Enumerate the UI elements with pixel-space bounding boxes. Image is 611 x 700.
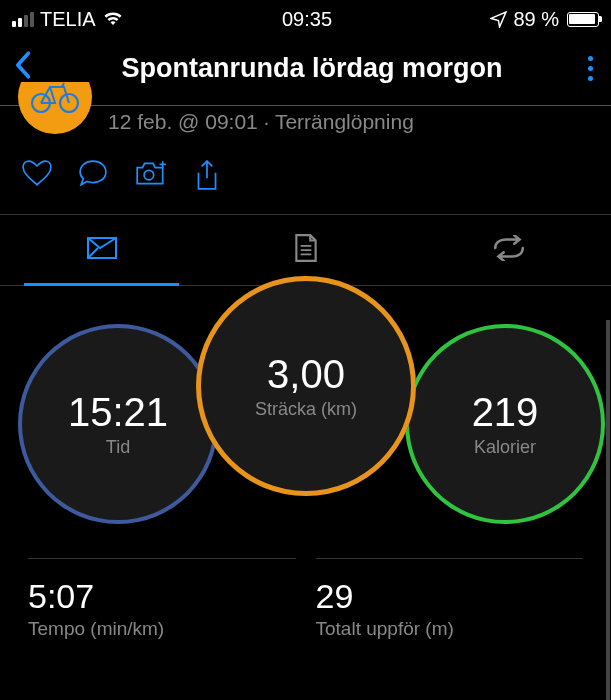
tab-details[interactable] bbox=[204, 215, 408, 285]
carrier-name: TELIA bbox=[40, 8, 96, 31]
battery-icon bbox=[567, 12, 599, 27]
bike-icon bbox=[30, 82, 80, 113]
scroll-indicator[interactable] bbox=[606, 320, 610, 700]
status-time: 09:35 bbox=[282, 8, 332, 31]
status-right: 89 % bbox=[490, 8, 599, 31]
page-title: Spontanrunda lördag morgon bbox=[40, 53, 584, 84]
time-label: Tid bbox=[106, 437, 130, 458]
tab-laps[interactable] bbox=[407, 215, 611, 285]
status-left: TELIA bbox=[12, 8, 124, 31]
activity-meta: 12 feb. @ 09:01 · Terränglöpning bbox=[108, 110, 414, 134]
document-icon bbox=[293, 233, 319, 267]
share-button[interactable] bbox=[194, 160, 220, 196]
time-value: 15:21 bbox=[68, 390, 168, 435]
camera-button[interactable] bbox=[134, 160, 168, 196]
calories-label: Kalorier bbox=[474, 437, 536, 458]
gauge-calories[interactable]: 219 Kalorier bbox=[405, 324, 605, 524]
wifi-icon bbox=[102, 11, 124, 27]
activity-summary-row: 12 feb. @ 09:01 · Terränglöpning bbox=[0, 105, 611, 144]
stat-elevation[interactable]: 29 Totalt uppför (m) bbox=[316, 558, 584, 640]
stat-pace[interactable]: 5:07 Tempo (min/km) bbox=[28, 558, 296, 640]
battery-percent: 89 % bbox=[513, 8, 559, 31]
gauge-panel: 15:21 Tid 219 Kalorier 3,00 Sträcka (km) bbox=[0, 276, 611, 536]
like-button[interactable] bbox=[22, 160, 52, 196]
pace-value: 5:07 bbox=[28, 577, 296, 616]
status-bar: TELIA 09:35 89 % bbox=[0, 0, 611, 38]
location-icon bbox=[490, 11, 507, 28]
action-row bbox=[0, 144, 611, 215]
repeat-icon bbox=[491, 235, 527, 265]
pace-label: Tempo (min/km) bbox=[28, 618, 296, 640]
more-options-button[interactable] bbox=[584, 52, 597, 85]
signal-icon bbox=[12, 12, 34, 27]
comment-button[interactable] bbox=[78, 160, 108, 196]
gauge-time[interactable]: 15:21 Tid bbox=[18, 324, 218, 524]
tab-stats[interactable] bbox=[0, 215, 204, 285]
gauge-distance[interactable]: 3,00 Sträcka (km) bbox=[196, 276, 416, 496]
flag-icon bbox=[84, 234, 120, 266]
avatar[interactable] bbox=[18, 82, 92, 134]
distance-value: 3,00 bbox=[267, 352, 345, 397]
elevation-label: Totalt uppför (m) bbox=[316, 618, 584, 640]
calories-value: 219 bbox=[472, 390, 539, 435]
svg-point-2 bbox=[144, 170, 154, 180]
elevation-value: 29 bbox=[316, 577, 584, 616]
stat-row: 5:07 Tempo (min/km) 29 Totalt uppför (m) bbox=[0, 536, 611, 640]
distance-label: Sträcka (km) bbox=[255, 399, 357, 420]
